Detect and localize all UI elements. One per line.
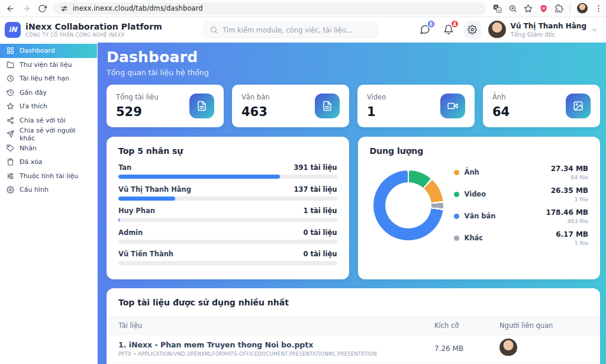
chevron-down-icon: [591, 27, 598, 33]
extensions-puzzle-icon[interactable]: [555, 4, 563, 13]
address-bar[interactable]: inexx.inexx.cloud/tab/dms/dashboard: [54, 2, 486, 15]
column-document: Tài liệu: [118, 321, 434, 330]
column-people: Người liên quan: [499, 321, 588, 330]
legend-row: Văn bản178.46 MB463 file: [454, 208, 589, 224]
sidebar-item-label: Thuộc tính tài liệu: [20, 172, 78, 180]
share-icon: [7, 117, 14, 124]
legend-file-count: 1 file: [551, 196, 588, 202]
sidebar-item-label: Đã xóa: [20, 158, 42, 166]
sidebar-item-label: Ưa thích: [20, 102, 47, 110]
person-row: Vũ Thị Thanh Hằng137 tài liệu: [118, 185, 337, 201]
history-icon: [7, 89, 14, 96]
legend-size: 178.46 MB: [546, 208, 588, 217]
stat-card-3: Ảnh64: [483, 85, 600, 127]
stat-card-2: Video1: [357, 85, 475, 127]
browser-menu-icon[interactable]: [594, 4, 603, 13]
person-doc-count: 0 tài liệu: [303, 228, 337, 237]
browser-profile-avatar[interactable]: [577, 3, 588, 14]
progress-track: [118, 197, 337, 201]
legend-size: 27.34 MB: [551, 165, 588, 173]
notifications-badge: 4: [450, 20, 459, 28]
sidebar-item-4[interactable]: Ưa thích: [0, 99, 97, 114]
document-name[interactable]: 1. iNexx - Phan mem Truyen thong Noi bo.…: [118, 340, 434, 349]
stat-card-0: Tổng tài liệu529: [107, 85, 224, 127]
sidebar-item-10[interactable]: Cấu hình: [0, 183, 97, 197]
legend-file-count: 463 file: [546, 218, 588, 224]
stat-value: 1: [367, 105, 386, 119]
sidebar-item-label: Dashboard: [20, 47, 55, 54]
table-header: Tài liệu Kích cỡ Người liên quan: [107, 316, 600, 335]
progress-track: [118, 175, 337, 179]
sidebar-item-9[interactable]: Thuộc tính tài liệu: [0, 169, 97, 183]
notifications-button[interactable]: 4: [440, 21, 457, 38]
stat-label: Văn bản: [241, 93, 270, 101]
person-name: Tan: [118, 163, 131, 172]
chat-badge: 8: [427, 20, 436, 28]
global-search[interactable]: [204, 22, 378, 38]
page-title: Dashboard: [107, 49, 600, 66]
settings-button[interactable]: [464, 21, 481, 38]
person-doc-count: 1 tài liệu: [303, 207, 337, 215]
related-person-avatar[interactable]: [499, 339, 517, 356]
chat-button[interactable]: 8: [417, 21, 433, 38]
back-icon[interactable]: [6, 4, 15, 13]
search-input[interactable]: [223, 26, 371, 34]
top5-panel: Top 5 nhân sự Tan391 tài liệuVũ Thị Than…: [107, 137, 349, 279]
stat-value: 529: [116, 105, 158, 119]
user-role: Tổng Giám đốc: [511, 31, 586, 38]
forward-icon[interactable]: [22, 4, 31, 13]
storage-legend: Ảnh27.34 MB64 fileVideo26.35 MB1 fileVăn…: [454, 164, 589, 246]
sidebar-item-label: Chia sẻ với người khác: [20, 127, 91, 142]
stat-card-1: Văn bản463: [232, 85, 349, 127]
legend-row: Ảnh27.34 MB64 file: [454, 164, 589, 181]
legend-dot-icon: [454, 170, 459, 175]
legend-label: Khác: [465, 234, 483, 242]
sidebar-item-label: Nhãn: [20, 144, 37, 152]
top-documents-panel: Top tài liệu được sử dụng nhiều nhất Tài…: [107, 288, 600, 364]
sidebar-item-1[interactable]: Thư viện tài liệu: [0, 58, 97, 72]
company-name: CÔNG TY CỔ PHẦN CÔNG NGHỆ INEXX: [25, 33, 162, 38]
divider: [570, 4, 570, 13]
user-menu[interactable]: Vũ Thị Thanh Hằng Tổng Giám đốc: [488, 21, 598, 38]
search-icon: [210, 26, 218, 34]
person-doc-count: 137 tài liệu: [294, 185, 337, 194]
person-name: Vũ Thị Thanh Hằng: [118, 185, 191, 194]
user-name: Vũ Thị Thanh Hằng: [511, 22, 586, 30]
sidebar-item-label: Gần đây: [20, 89, 47, 96]
progress-fill: [118, 175, 280, 179]
person-row: Admin0 tài liệu: [118, 228, 337, 244]
legend-label: Văn bản: [465, 212, 496, 220]
dashboard-icon: [7, 47, 14, 54]
person-row: Tan391 tài liệu: [118, 163, 337, 179]
sidebar-item-7[interactable]: Nhãn: [0, 141, 97, 156]
gear-icon: [7, 186, 14, 194]
progress-track: [118, 261, 337, 265]
app-logo[interactable]: iN: [5, 22, 21, 38]
svg-text:U: U: [542, 7, 545, 10]
sidebar-item-5[interactable]: Chia sẻ với tôi: [0, 114, 97, 128]
sidebar-item-8[interactable]: Đã xóa: [0, 155, 97, 169]
legend-dot-icon: [454, 236, 459, 241]
table-row[interactable]: 1. iNexx - Phan mem Truyen thong Noi bo.…: [107, 335, 600, 363]
stat-cards: Tổng tài liệu529Văn bản463Video1Ảnh64: [107, 85, 600, 127]
translate-icon[interactable]: Aa: [493, 4, 502, 13]
progress-fill: [118, 218, 120, 222]
sidebar-item-0[interactable]: Dashboard: [0, 44, 97, 58]
zoom-icon[interactable]: [508, 4, 517, 13]
sidebar-item-6[interactable]: Chia sẻ với người khác: [0, 127, 97, 141]
progress-track: [118, 240, 337, 244]
stat-label: Ảnh: [492, 93, 510, 101]
adblock-extension-icon[interactable]: U: [539, 4, 548, 13]
user-avatar: [488, 21, 506, 38]
trash-icon: [7, 158, 14, 166]
reload-icon[interactable]: [38, 4, 47, 13]
bookmark-star-icon[interactable]: [524, 4, 533, 13]
gear-icon: [468, 25, 477, 34]
person-doc-count: 0 tài liệu: [303, 250, 337, 258]
url-text: inexx.inexx.cloud/tab/dms/dashboard: [73, 4, 203, 12]
top5-title: Top 5 nhân sự: [118, 146, 337, 156]
sidebar-item-2[interactable]: Tài liệu hết hạn: [0, 72, 97, 86]
stat-label: Tổng tài liệu: [116, 93, 158, 101]
progress-fill: [118, 197, 175, 201]
sidebar-item-3[interactable]: Gần đây: [0, 86, 97, 100]
